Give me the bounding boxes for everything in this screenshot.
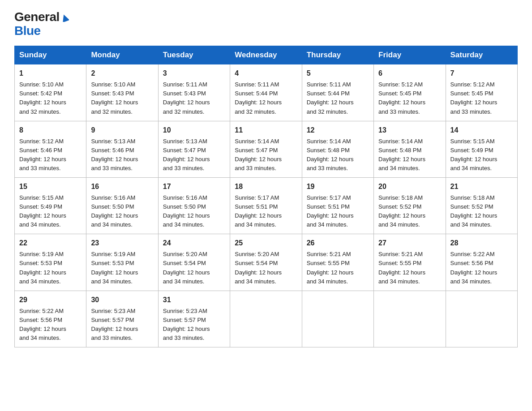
day-number: 27 bbox=[378, 238, 441, 249]
day-number: 9 bbox=[91, 125, 153, 136]
day-number: 2 bbox=[91, 68, 153, 79]
day-number: 5 bbox=[307, 68, 369, 79]
day-info: Sunrise: 5:22 AMSunset: 5:56 PMDaylight:… bbox=[19, 307, 82, 343]
week-row-1: 1Sunrise: 5:10 AMSunset: 5:42 PMDaylight… bbox=[15, 64, 518, 121]
day-cell-26: 26Sunrise: 5:21 AMSunset: 5:55 PMDayligh… bbox=[302, 234, 373, 291]
day-cell-25: 25Sunrise: 5:20 AMSunset: 5:54 PMDayligh… bbox=[230, 234, 302, 291]
day-number: 12 bbox=[307, 125, 369, 136]
day-number: 29 bbox=[19, 295, 82, 306]
day-cell-6: 6Sunrise: 5:12 AMSunset: 5:45 PMDaylight… bbox=[374, 64, 446, 121]
day-info: Sunrise: 5:23 AMSunset: 5:57 PMDaylight:… bbox=[91, 307, 153, 343]
day-info: Sunrise: 5:14 AMSunset: 5:48 PMDaylight:… bbox=[378, 137, 441, 173]
day-cell-9: 9Sunrise: 5:13 AMSunset: 5:46 PMDaylight… bbox=[86, 121, 158, 177]
empty-cell bbox=[302, 291, 373, 347]
day-header-thursday: Thursday bbox=[302, 46, 373, 64]
day-number: 17 bbox=[163, 181, 225, 193]
day-cell-4: 4Sunrise: 5:11 AMSunset: 5:44 PMDaylight… bbox=[230, 64, 302, 121]
day-info: Sunrise: 5:18 AMSunset: 5:52 PMDaylight:… bbox=[378, 193, 441, 230]
day-info: Sunrise: 5:19 AMSunset: 5:53 PMDaylight:… bbox=[91, 250, 153, 286]
day-number: 7 bbox=[450, 68, 513, 79]
day-header-friday: Friday bbox=[374, 46, 446, 64]
calendar-table: SundayMondayTuesdayWednesdayThursdayFrid… bbox=[14, 46, 518, 347]
day-info: Sunrise: 5:15 AMSunset: 5:49 PMDaylight:… bbox=[19, 193, 82, 230]
day-cell-5: 5Sunrise: 5:11 AMSunset: 5:44 PMDaylight… bbox=[302, 64, 373, 121]
day-cell-20: 20Sunrise: 5:18 AMSunset: 5:52 PMDayligh… bbox=[374, 178, 446, 234]
header: General Blue bbox=[14, 11, 518, 38]
day-number: 24 bbox=[163, 238, 225, 249]
day-info: Sunrise: 5:20 AMSunset: 5:54 PMDaylight:… bbox=[235, 250, 297, 286]
empty-cell bbox=[374, 291, 446, 347]
day-info: Sunrise: 5:17 AMSunset: 5:51 PMDaylight:… bbox=[307, 193, 369, 230]
week-row-4: 22Sunrise: 5:19 AMSunset: 5:53 PMDayligh… bbox=[15, 234, 518, 291]
day-info: Sunrise: 5:12 AMSunset: 5:45 PMDaylight:… bbox=[378, 80, 441, 116]
svg-marker-0 bbox=[61, 14, 69, 22]
day-cell-16: 16Sunrise: 5:16 AMSunset: 5:50 PMDayligh… bbox=[86, 178, 158, 234]
day-info: Sunrise: 5:10 AMSunset: 5:43 PMDaylight:… bbox=[91, 80, 153, 116]
day-number: 18 bbox=[235, 181, 297, 193]
day-info: Sunrise: 5:12 AMSunset: 5:46 PMDaylight:… bbox=[19, 137, 82, 173]
day-info: Sunrise: 5:19 AMSunset: 5:53 PMDaylight:… bbox=[19, 250, 82, 286]
day-number: 20 bbox=[378, 181, 441, 193]
day-cell-8: 8Sunrise: 5:12 AMSunset: 5:46 PMDaylight… bbox=[15, 121, 86, 177]
day-info: Sunrise: 5:16 AMSunset: 5:50 PMDaylight:… bbox=[163, 193, 225, 230]
day-cell-22: 22Sunrise: 5:19 AMSunset: 5:53 PMDayligh… bbox=[15, 234, 86, 291]
day-cell-3: 3Sunrise: 5:11 AMSunset: 5:43 PMDaylight… bbox=[158, 64, 230, 121]
day-cell-29: 29Sunrise: 5:22 AMSunset: 5:56 PMDayligh… bbox=[15, 291, 86, 347]
day-number: 3 bbox=[163, 68, 225, 79]
day-number: 4 bbox=[235, 68, 297, 79]
day-number: 25 bbox=[235, 238, 297, 249]
day-info: Sunrise: 5:23 AMSunset: 5:57 PMDaylight:… bbox=[163, 307, 225, 343]
logo-triangle-icon bbox=[61, 12, 69, 24]
day-info: Sunrise: 5:13 AMSunset: 5:47 PMDaylight:… bbox=[163, 137, 225, 173]
day-cell-15: 15Sunrise: 5:15 AMSunset: 5:49 PMDayligh… bbox=[15, 178, 86, 234]
day-cell-28: 28Sunrise: 5:22 AMSunset: 5:56 PMDayligh… bbox=[446, 234, 517, 291]
day-cell-24: 24Sunrise: 5:20 AMSunset: 5:54 PMDayligh… bbox=[158, 234, 230, 291]
day-number: 19 bbox=[307, 181, 369, 193]
empty-cell bbox=[230, 291, 302, 347]
day-cell-23: 23Sunrise: 5:19 AMSunset: 5:53 PMDayligh… bbox=[86, 234, 158, 291]
day-header-tuesday: Tuesday bbox=[158, 46, 230, 64]
day-info: Sunrise: 5:17 AMSunset: 5:51 PMDaylight:… bbox=[235, 193, 297, 230]
day-header-wednesday: Wednesday bbox=[230, 46, 302, 64]
page: General Blue SundayMondayTuesdayWednesda… bbox=[0, 0, 532, 358]
day-cell-10: 10Sunrise: 5:13 AMSunset: 5:47 PMDayligh… bbox=[158, 121, 230, 177]
day-info: Sunrise: 5:22 AMSunset: 5:56 PMDaylight:… bbox=[450, 250, 513, 286]
day-cell-31: 31Sunrise: 5:23 AMSunset: 5:57 PMDayligh… bbox=[158, 291, 230, 347]
day-cell-11: 11Sunrise: 5:14 AMSunset: 5:47 PMDayligh… bbox=[230, 121, 302, 177]
day-info: Sunrise: 5:21 AMSunset: 5:55 PMDaylight:… bbox=[307, 250, 369, 286]
calendar-body: 1Sunrise: 5:10 AMSunset: 5:42 PMDaylight… bbox=[15, 64, 518, 347]
day-number: 28 bbox=[450, 238, 513, 249]
day-info: Sunrise: 5:10 AMSunset: 5:42 PMDaylight:… bbox=[19, 80, 82, 116]
day-number: 21 bbox=[450, 181, 513, 193]
day-number: 10 bbox=[163, 125, 225, 136]
logo-blue-text: Blue bbox=[14, 24, 41, 38]
day-number: 30 bbox=[91, 295, 153, 306]
day-cell-1: 1Sunrise: 5:10 AMSunset: 5:42 PMDaylight… bbox=[15, 64, 86, 121]
logo-general-text: General bbox=[14, 11, 69, 24]
day-number: 13 bbox=[378, 125, 441, 136]
day-info: Sunrise: 5:14 AMSunset: 5:48 PMDaylight:… bbox=[307, 137, 369, 173]
day-number: 1 bbox=[19, 68, 82, 79]
day-header-saturday: Saturday bbox=[446, 46, 517, 64]
day-number: 8 bbox=[19, 125, 82, 136]
day-info: Sunrise: 5:20 AMSunset: 5:54 PMDaylight:… bbox=[163, 250, 225, 286]
day-cell-13: 13Sunrise: 5:14 AMSunset: 5:48 PMDayligh… bbox=[374, 121, 446, 177]
day-number: 6 bbox=[378, 68, 441, 79]
day-number: 23 bbox=[91, 238, 153, 249]
day-cell-18: 18Sunrise: 5:17 AMSunset: 5:51 PMDayligh… bbox=[230, 178, 302, 234]
day-info: Sunrise: 5:13 AMSunset: 5:46 PMDaylight:… bbox=[91, 137, 153, 173]
day-number: 15 bbox=[19, 181, 82, 193]
day-cell-12: 12Sunrise: 5:14 AMSunset: 5:48 PMDayligh… bbox=[302, 121, 373, 177]
day-number: 11 bbox=[235, 125, 297, 136]
day-info: Sunrise: 5:14 AMSunset: 5:47 PMDaylight:… bbox=[235, 137, 297, 173]
day-cell-19: 19Sunrise: 5:17 AMSunset: 5:51 PMDayligh… bbox=[302, 178, 373, 234]
day-info: Sunrise: 5:18 AMSunset: 5:52 PMDaylight:… bbox=[450, 193, 513, 230]
day-header-sunday: Sunday bbox=[15, 46, 86, 64]
day-info: Sunrise: 5:12 AMSunset: 5:45 PMDaylight:… bbox=[450, 80, 513, 116]
day-cell-7: 7Sunrise: 5:12 AMSunset: 5:45 PMDaylight… bbox=[446, 64, 517, 121]
days-of-week-row: SundayMondayTuesdayWednesdayThursdayFrid… bbox=[15, 46, 518, 64]
day-info: Sunrise: 5:11 AMSunset: 5:44 PMDaylight:… bbox=[307, 80, 369, 116]
day-info: Sunrise: 5:15 AMSunset: 5:49 PMDaylight:… bbox=[450, 137, 513, 173]
day-info: Sunrise: 5:11 AMSunset: 5:43 PMDaylight:… bbox=[163, 80, 225, 116]
day-cell-30: 30Sunrise: 5:23 AMSunset: 5:57 PMDayligh… bbox=[86, 291, 158, 347]
